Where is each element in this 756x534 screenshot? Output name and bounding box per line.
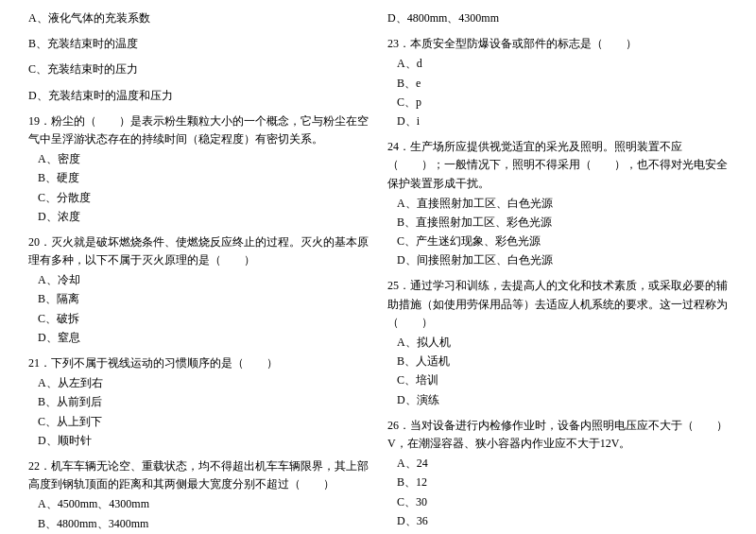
q23-option-b: B、e bbox=[387, 75, 728, 93]
q24-text: 24．生产场所应提供视觉适宜的采光及照明。照明装置不应（ ）；一般情况下，照明不… bbox=[387, 138, 728, 193]
q25-option-c: C、培训 bbox=[387, 371, 728, 389]
q26-option-d: D、36 bbox=[387, 512, 728, 530]
q25-text: 25．通过学习和训练，去提高人的文化和技术素质，或采取必要的辅助措施（如使用劳保… bbox=[387, 277, 728, 332]
option-b-temp: B、充装结束时的温度 bbox=[28, 35, 369, 53]
option-c-text: C、充装结束时的压力 bbox=[28, 60, 369, 78]
option-a-text: A、液化气体的充装系数 bbox=[28, 9, 369, 27]
q23-text: 23．本质安全型防爆设备或部件的标志是（ ） bbox=[387, 35, 728, 53]
question-21: 21．下列不属于视线运动的习惯顺序的是（ ） A、从左到右 B、从前到后 C、从… bbox=[28, 354, 369, 450]
q19-option-a: A、密度 bbox=[28, 150, 369, 168]
question-20: 20．灭火就是破坏燃烧条件、使燃烧反应终止的过程。灭火的基本原理有多种，以下不属… bbox=[28, 233, 369, 347]
q20-option-b: B、隔离 bbox=[28, 290, 369, 308]
question-19: 19．粉尘的（ ）是表示粉生颗粒大小的一个概念，它与粉尘在空气中呈浮游状态存在的… bbox=[28, 112, 369, 226]
question-26: 26．当对设备进行内检修作业时，设备内照明电压应不大于（ ）V，在潮湿容器、狭小… bbox=[387, 417, 728, 530]
question-24: 24．生产场所应提供视觉适宜的采光及照明。照明装置不应（ ）；一般情况下，照明不… bbox=[387, 138, 728, 269]
page-content: A、液化气体的充装系数 B、充装结束时的温度 C、充装结束时的压力 D、充装结束… bbox=[28, 9, 728, 534]
q19-option-b: B、硬度 bbox=[28, 169, 369, 187]
question-22: 22．机车车辆无论空、重载状态，均不得超出机车车辆限界，其上部高度到钢轨顶面的距… bbox=[28, 457, 369, 534]
q21-option-c: C、从上到下 bbox=[28, 413, 369, 431]
option-c-pressure: C、充装结束时的压力 bbox=[28, 60, 369, 78]
q23-option-a: A、d bbox=[387, 55, 728, 73]
q22d-text: D、4800mm、4300mm bbox=[387, 9, 728, 27]
q25-option-b: B、人适机 bbox=[387, 353, 728, 370]
q20-option-d: D、窒息 bbox=[28, 329, 369, 347]
left-column: A、液化气体的充装系数 B、充装结束时的温度 C、充装结束时的压力 D、充装结束… bbox=[28, 9, 383, 534]
q26-option-b: B、12 bbox=[387, 474, 728, 491]
q26-option-a: A、24 bbox=[387, 455, 728, 473]
q21-option-d: D、顺时针 bbox=[28, 432, 369, 450]
q24-option-c: C、产生迷幻现象、彩色光源 bbox=[387, 233, 728, 250]
q20-text: 20．灭火就是破坏燃烧条件、使燃烧反应终止的过程。灭火的基本原理有多种，以下不属… bbox=[28, 233, 369, 269]
q22-option-b: B、4800mm、3400mm bbox=[28, 515, 369, 533]
question-25: 25．通过学习和训练，去提高人的文化和技术素质，或采取必要的辅助措施（如使用劳保… bbox=[387, 277, 728, 408]
option-b-text: B、充装结束时的温度 bbox=[28, 35, 369, 53]
q24-option-b: B、直接照射加工区、彩色光源 bbox=[387, 214, 728, 232]
q22-text: 22．机车车辆无论空、重载状态，均不得超出机车车辆限界，其上部高度到钢轨顶面的距… bbox=[28, 457, 369, 493]
option-d-text: D、充装结束时的温度和压力 bbox=[28, 87, 369, 105]
q20-option-c: C、破拆 bbox=[28, 310, 369, 328]
q21-option-b: B、从前到后 bbox=[28, 393, 369, 411]
q22-option-a: A、4500mm、4300mm bbox=[28, 495, 369, 513]
q19-text: 19．粉尘的（ ）是表示粉生颗粒大小的一个概念，它与粉尘在空气中呈浮游状态存在的… bbox=[28, 112, 369, 148]
q24-option-d: D、间接照射加工区、白色光源 bbox=[387, 251, 728, 269]
q20-option-a: A、冷却 bbox=[28, 271, 369, 289]
q26-option-c: C、30 bbox=[387, 493, 728, 511]
q26-text: 26．当对设备进行内检修作业时，设备内照明电压应不大于（ ）V，在潮湿容器、狭小… bbox=[387, 417, 728, 453]
right-column: D、4800mm、4300mm 23．本质安全型防爆设备或部件的标志是（ ） A… bbox=[383, 9, 728, 534]
q25-option-d: D、演练 bbox=[387, 391, 728, 409]
q23-option-d: D、i bbox=[387, 112, 728, 130]
q23-option-c: C、p bbox=[387, 94, 728, 112]
q19-option-d: D、浓度 bbox=[28, 208, 369, 226]
option-d-temp-pressure: D、充装结束时的温度和压力 bbox=[28, 87, 369, 105]
q22-option-d: D、4800mm、4300mm bbox=[387, 9, 728, 27]
question-23: 23．本质安全型防爆设备或部件的标志是（ ） A、d B、e C、p D、i bbox=[387, 35, 728, 130]
option-a-liquid: A、液化气体的充装系数 bbox=[28, 9, 369, 27]
q25-option-a: A、拟人机 bbox=[387, 334, 728, 352]
q21-option-a: A、从左到右 bbox=[28, 374, 369, 392]
q19-option-c: C、分散度 bbox=[28, 189, 369, 207]
q24-option-a: A、直接照射加工区、白色光源 bbox=[387, 195, 728, 213]
q21-text: 21．下列不属于视线运动的习惯顺序的是（ ） bbox=[28, 354, 369, 372]
